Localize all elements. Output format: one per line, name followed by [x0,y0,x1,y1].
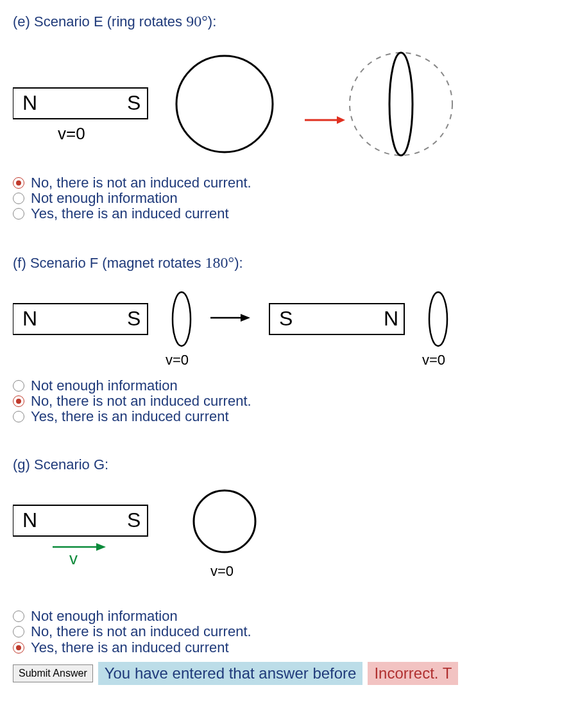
radio-g-0[interactable]: Not enough information [13,609,558,624]
section-f: (f) Scenario F (magnet rotates 180°): N … [13,254,558,425]
radio-unselected-icon [13,193,24,204]
svg-point-1 [176,56,273,152]
radio-selected-icon [13,642,24,654]
v0-label-f-right: v=0 [422,352,445,368]
submit-answer-button[interactable]: Submit Answer [13,664,93,682]
v-label: v [69,549,78,568]
submit-bar: Submit Answer You have entered that answ… [13,662,558,685]
svg-marker-9 [241,314,250,322]
section-e-prefix: (e) Scenario E (ring rotates [13,13,186,30]
section-g-title: (g) Scenario G: [13,456,558,473]
radio-g-2[interactable]: Yes, there is an induced current [13,640,558,655]
radio-e-1-label: Not enough information [31,191,178,206]
radio-f-2-label: Yes, there is an induced current [31,409,229,424]
radio-unselected-icon [13,611,24,622]
radio-selected-icon [13,395,24,407]
radio-e-0-label: No, there is not an induced current. [31,175,251,191]
section-g: (g) Scenario G: N S v v=0 Not enough inf… [13,456,558,655]
radio-unselected-icon [13,208,24,220]
radio-f-1-label: No, there is not an induced current. [31,394,251,409]
svg-point-4 [350,53,452,155]
svg-point-5 [389,53,413,155]
radio-group-g: Not enough information No, there is not … [13,609,558,655]
section-f-title: (f) Scenario F (magnet rotates 180°): [13,254,558,272]
magnet-s-label: S [127,307,141,330]
radio-group-e: No, there is not an induced current. Not… [13,175,558,222]
section-e-suffix: ): [208,13,216,30]
radio-e-0[interactable]: No, there is not an induced current. [13,175,558,191]
radio-f-0[interactable]: Not enough information [13,378,558,394]
section-e: (e) Scenario E (ring rotates 90°): N S v… [13,13,558,222]
magnet-n-label: N [22,508,37,532]
magnet-n-label: N [384,307,398,330]
radio-e-2[interactable]: Yes, there is an induced current [13,206,558,221]
radio-f-1[interactable]: No, there is not an induced current. [13,394,558,409]
radio-unselected-icon [13,626,24,637]
v0-label-f-left: v=0 [166,352,189,368]
svg-point-11 [429,292,447,346]
svg-marker-14 [96,543,106,551]
magnet-n-label: N [22,307,37,330]
svg-point-15 [194,490,255,552]
diagram-f: N S v=0 S N v=0 [13,284,558,372]
radio-e-2-label: Yes, there is an induced current [31,206,229,221]
radio-g-0-label: Not enough information [31,609,178,624]
section-e-angle: 90° [186,13,208,30]
section-f-suffix: ): [234,255,243,271]
svg-marker-3 [337,116,345,124]
radio-g-1-label: No, there is not an induced current. [31,624,251,639]
radio-group-f: Not enough information No, there is not … [13,378,558,425]
radio-unselected-icon [13,411,24,422]
radio-g-1[interactable]: No, there is not an induced current. [13,624,558,639]
radio-f-2[interactable]: Yes, there is an induced current [13,409,558,424]
magnet-s-label: S [279,307,293,330]
diagram-e: N S v=0 [13,43,558,169]
radio-unselected-icon [13,380,24,392]
radio-f-0-label: Not enough information [31,378,178,394]
radio-g-2-label: Yes, there is an induced current [31,640,229,655]
magnet-s-label: S [127,508,141,532]
section-f-angle: 180° [205,254,235,271]
magnet-s-label: S [127,91,141,114]
v0-label-e: v=0 [58,124,85,143]
svg-point-7 [173,292,191,346]
radio-selected-icon [13,177,24,189]
diagram-g: N S v v=0 [13,486,558,602]
section-f-prefix: (f) Scenario F (magnet rotates [13,255,205,271]
incorrect-message: Incorrect. T [368,662,458,685]
magnet-n-label: N [22,91,37,114]
v0-label-g: v=0 [210,563,234,579]
duplicate-answer-message: You have entered that answer before [98,662,363,685]
radio-e-1[interactable]: Not enough information [13,191,558,206]
section-e-title: (e) Scenario E (ring rotates 90°): [13,13,558,30]
